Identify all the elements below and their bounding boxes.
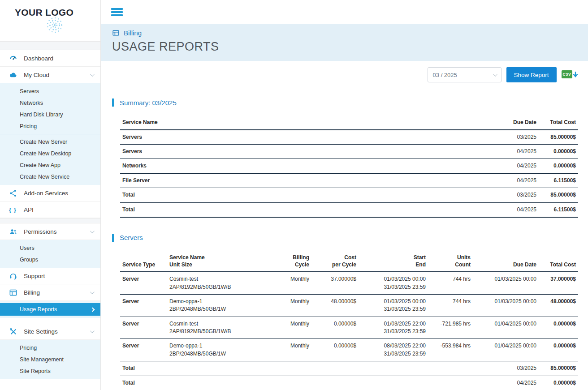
sidebar-subitem[interactable]: Users bbox=[0, 242, 100, 254]
due-date-cell: 01/04/2025 00:00 bbox=[473, 317, 539, 339]
due-date-cell: 04/2025 bbox=[473, 173, 539, 188]
sidebar-subitem-label: Groups bbox=[20, 257, 38, 263]
sidebar-item-support[interactable]: Support bbox=[0, 268, 100, 284]
service-type-cell: Server bbox=[120, 272, 167, 294]
sidebar-separator bbox=[0, 41, 100, 50]
sidebar-item-billing[interactable]: Billing bbox=[0, 284, 100, 301]
chevron-right-icon bbox=[91, 307, 95, 312]
total-cost-cell: 0.00000$ bbox=[539, 376, 578, 390]
sidebar-subitem[interactable]: Create New Desktop bbox=[0, 148, 100, 159]
due-date-cell: 04/2025 bbox=[473, 144, 539, 159]
due-date-cell: 03/2025 bbox=[473, 361, 539, 376]
sidebar-item-api[interactable]: { } API bbox=[0, 201, 100, 218]
summary-section-title: Summary: 03/2025 bbox=[112, 99, 578, 107]
sidebar-subitem[interactable]: Create New Server bbox=[0, 136, 100, 148]
report-toolbar: 03 / 2025 Show Report CSV bbox=[101, 67, 578, 82]
total-cost-cell: 85.00000$ bbox=[539, 188, 578, 202]
table-row: Server Demo-oppa-12BP/2048MB/50GB/1W Mon… bbox=[120, 294, 578, 317]
sidebar-subitem[interactable]: Site Reports bbox=[0, 365, 100, 377]
page-header: Billing USAGE REPORTS bbox=[101, 24, 588, 61]
units-count-cell: -721.985 hrs bbox=[428, 317, 473, 339]
users-icon bbox=[9, 227, 20, 236]
table-row: Total 04/2025 6.11500$ bbox=[120, 202, 578, 217]
sidebar-subitem-usage-reports[interactable]: Usage Reports bbox=[0, 303, 100, 316]
service-name-cell: Servers bbox=[120, 144, 473, 159]
service-name-cell: Total bbox=[120, 202, 473, 217]
sidebar-subitem-label: Servers bbox=[20, 88, 39, 94]
total-cost-cell: 0.00000$ bbox=[539, 144, 578, 159]
service-name-cell: Cosmin-test2AP/8192MB/50GB/1W/B bbox=[167, 317, 267, 339]
sidebar-subitem[interactable]: Create New App bbox=[0, 159, 100, 171]
column-header: Total Cost bbox=[539, 251, 578, 272]
section-accent-bar bbox=[112, 99, 114, 107]
total-cost-cell: 48.00000$ bbox=[539, 294, 578, 317]
units-count-cell: 744 hrs bbox=[428, 272, 473, 294]
sidebar-subitem-label: Hard Disk Library bbox=[20, 111, 63, 118]
table-row: Servers 03/2025 85.00000$ bbox=[120, 130, 578, 145]
service-name-cell: Demo-oppa-12BP/2048MB/50GB/1W bbox=[167, 294, 267, 317]
servers-section-title: Servers bbox=[112, 234, 578, 242]
content: 03 / 2025 Show Report CSV Summary: 03/20… bbox=[101, 61, 588, 390]
sidebar-subitem[interactable]: Pricing bbox=[0, 120, 100, 132]
csv-icon: CSV bbox=[562, 70, 572, 78]
sidebar-subitem[interactable]: Hard Disk Library bbox=[0, 109, 100, 120]
sidebar-subitem[interactable]: Pricing bbox=[0, 342, 100, 354]
sidebar-subitem-label: Usage Reports bbox=[20, 306, 57, 313]
billing-cycle-cell: Monthly bbox=[267, 272, 311, 294]
sidebar-subitem[interactable]: Site Management bbox=[0, 354, 100, 365]
main-area: Billing USAGE REPORTS 03 / 2025 Show Rep… bbox=[101, 0, 588, 390]
logo[interactable]: YOUR LOGO bbox=[0, 0, 100, 41]
sidebar-item-dashboard[interactable]: Dashboard bbox=[0, 50, 100, 67]
chevron-down-icon bbox=[493, 72, 497, 77]
total-cost-cell: 37.00000$ bbox=[539, 272, 578, 294]
sidebar-item-label: Dashboard bbox=[24, 55, 53, 62]
chevron-down-icon bbox=[90, 290, 95, 294]
sidebar-subitem-label: Users bbox=[20, 245, 35, 251]
sidebar-subitem[interactable]: Networks bbox=[0, 97, 100, 109]
sidebar-subitem-label: Site Reports bbox=[20, 368, 51, 374]
period-cell: 01/03/2025 00:0031/03/2025 23:59 bbox=[359, 272, 428, 294]
sidebar-subitem[interactable]: Servers bbox=[0, 86, 100, 97]
column-header: Due Date bbox=[473, 116, 539, 130]
sidebar-subitem-label: Pricing bbox=[20, 345, 37, 351]
sidebar-item-addon-services[interactable]: Add-on Services bbox=[0, 185, 100, 201]
sidebar-item-site-settings[interactable]: Site Settings bbox=[0, 323, 100, 340]
topbar bbox=[101, 0, 588, 24]
total-cost-cell: 85.00000$ bbox=[539, 130, 578, 145]
billing-ledger-icon bbox=[9, 288, 20, 297]
sidebar-subitem[interactable]: Groups bbox=[0, 254, 100, 266]
sidebar-item-permissions[interactable]: Permissions bbox=[0, 223, 100, 240]
cloud-icon bbox=[9, 71, 20, 79]
total-cost-cell: 0.00000$ bbox=[539, 159, 578, 173]
service-name-cell: Demo-oppa-12BP/2048MB/50GB/1W bbox=[167, 339, 267, 361]
total-row: Total 04/2025 0.00000$ bbox=[120, 376, 578, 390]
due-date-cell: 01/04/2025 00:00 bbox=[473, 339, 539, 361]
table-row: Total 03/2025 85.00000$ bbox=[120, 188, 578, 202]
app-root: YOUR LOGO Dashbo bbox=[0, 0, 588, 390]
servers-table: Service Type Service NameUnit Size Billi… bbox=[120, 251, 578, 390]
cost-per-cycle-cell: 37.00000$ bbox=[311, 272, 359, 294]
csv-download-button[interactable]: CSV bbox=[562, 70, 578, 79]
tools-icon bbox=[9, 327, 20, 336]
due-date-cell: 01/03/2025 00:00 bbox=[473, 272, 539, 294]
show-report-button[interactable]: Show Report bbox=[506, 67, 557, 82]
breadcrumb[interactable]: Billing bbox=[112, 29, 588, 37]
billing-ledger-icon bbox=[112, 29, 120, 37]
sidebar-separator bbox=[0, 218, 100, 223]
download-arrow-icon bbox=[573, 72, 578, 78]
breadcrumb-label: Billing bbox=[124, 29, 142, 37]
due-date-cell: 04/2025 bbox=[473, 376, 539, 390]
sidebar-subitem-label: Networks bbox=[20, 100, 43, 106]
billing-cycle-cell: Monthly bbox=[267, 294, 311, 317]
month-select[interactable]: 03 / 2025 bbox=[428, 67, 502, 82]
menu-icon[interactable] bbox=[111, 6, 123, 17]
sidebar-subitem[interactable]: Create New Service bbox=[0, 171, 100, 183]
sidebar-item-label: Billing bbox=[24, 289, 40, 296]
sidebar-item-label: Support bbox=[24, 273, 45, 279]
table-row: Networks 04/2025 0.00000$ bbox=[120, 159, 578, 173]
permissions-submenu: Users Groups bbox=[0, 240, 100, 268]
total-cost-cell: 6.11500$ bbox=[539, 202, 578, 217]
my-cloud-submenu: Servers Networks Hard Disk Library Prici… bbox=[0, 83, 100, 185]
due-date-cell: 04/2025 bbox=[473, 202, 539, 217]
sidebar-item-my-cloud[interactable]: My Cloud bbox=[0, 67, 100, 83]
